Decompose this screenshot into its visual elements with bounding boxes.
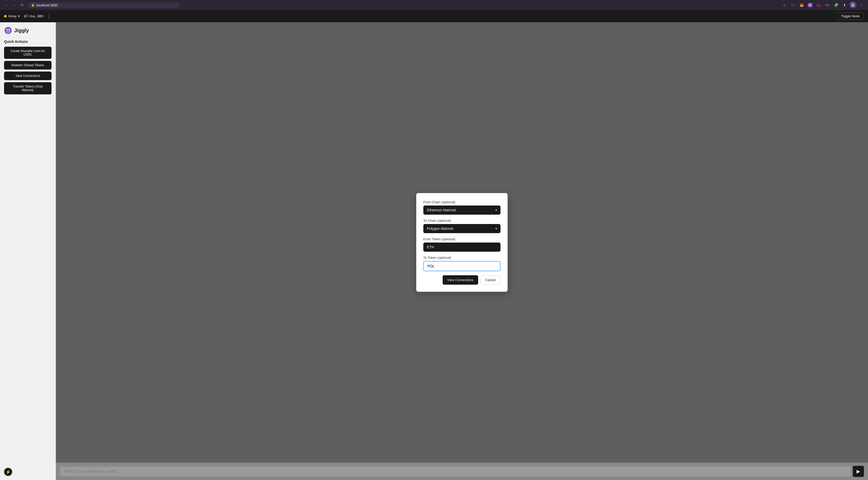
chat-area: From Chain (optional) Ethereum Mainnet P… — [56, 22, 868, 462]
to-token-label: To Token (optional) — [423, 256, 500, 259]
logo-text: Jiggly — [14, 28, 29, 33]
wallet-badge: 🏷 0xa...8B5 ⋮ — [24, 13, 52, 19]
from-chain-select[interactable]: Ethereum Mainnet Polygon Mainnet Arbitru… — [423, 205, 500, 215]
app-container: Amoy ▾ 🏷 0xa...8B5 ⋮ Toggle Node Jiggly … — [0, 10, 868, 480]
sidebar-bottom: ⚡ — [4, 468, 52, 476]
browser-chrome: ← → ↻ 🔒 ☆ 🛡 🦊 K C₁ </> 🧩 ⬇ ⋮ — [0, 0, 868, 10]
redeem-tokens-button[interactable]: Redeem Shared Tokens — [4, 61, 52, 69]
browser-menu-button[interactable]: ⋮ — [858, 2, 865, 9]
download-button[interactable]: ⬇ — [841, 2, 848, 9]
modal-actions: View Connections Cancel — [423, 275, 500, 285]
from-token-label: From Token (optional) — [423, 237, 500, 241]
k-ext-button[interactable]: K — [807, 2, 814, 9]
forward-button[interactable]: → — [11, 2, 17, 8]
to-chain-field: To Chain (optional) Polygon Mainnet Ethe… — [423, 219, 500, 233]
to-chain-select[interactable]: Polygon Mainnet Ethereum Mainnet Arbitru… — [423, 224, 500, 233]
quick-actions-title: Quick Actions — [4, 39, 52, 44]
lock-icon: 🔒 — [31, 3, 35, 7]
content-area: From Chain (optional) Ethereum Mainnet P… — [56, 22, 868, 480]
main-content: Jiggly Quick Actions Create Sharable Lin… — [0, 22, 868, 480]
sidebar-logo: Jiggly — [4, 26, 52, 34]
view-connections-modal: From Chain (optional) Ethereum Mainnet P… — [416, 193, 507, 292]
wallet-menu-icon[interactable]: ⋮ — [47, 13, 52, 19]
puzzle-ext-button[interactable]: 🧩 — [833, 2, 840, 9]
browser-right-icons: ☆ 🛡 🦊 K C₁ </> 🧩 ⬇ ⋮ — [781, 2, 865, 9]
network-label: Amoy — [8, 14, 17, 18]
from-chain-select-wrapper: Ethereum Mainnet Polygon Mainnet Arbitru… — [423, 205, 500, 215]
chat-input-bar: ▶ — [56, 462, 868, 480]
svg-point-1 — [5, 27, 12, 34]
svg-point-2 — [6, 29, 8, 30]
to-token-input[interactable] — [423, 261, 500, 271]
shield-ext-button[interactable]: 🛡 — [789, 2, 797, 9]
to-chain-label: To Chain (optional) — [423, 219, 500, 223]
logo-icon — [4, 26, 12, 34]
metamask-ext-button[interactable]: 🦊 — [798, 2, 805, 9]
toggle-node-button[interactable]: Toggle Node — [837, 12, 864, 20]
from-token-input[interactable] — [423, 243, 500, 252]
chat-input[interactable] — [60, 467, 851, 476]
modal-overlay: From Chain (optional) Ethereum Mainnet P… — [56, 22, 868, 462]
bolt-icon[interactable]: ⚡ — [4, 468, 12, 476]
wallet-address: 0xa...8B5 — [29, 14, 43, 18]
create-links-button[interactable]: Create Sharable Links for USDC — [4, 47, 52, 59]
url-input[interactable] — [36, 3, 176, 7]
back-button[interactable]: ← — [3, 2, 9, 8]
address-bar[interactable]: 🔒 — [27, 2, 180, 8]
view-connections-sidebar-button[interactable]: View Connections — [4, 71, 52, 80]
from-chain-label: From Chain (optional) — [423, 200, 500, 204]
star-button[interactable]: ☆ — [781, 2, 788, 9]
from-chain-field: From Chain (optional) Ethereum Mainnet P… — [423, 200, 500, 215]
network-chevron-icon: ▾ — [18, 14, 20, 18]
from-token-field: From Token (optional) — [423, 237, 500, 252]
user-avatar[interactable] — [850, 2, 856, 8]
network-dot — [4, 15, 7, 18]
wallet-icon: 🏷 — [24, 14, 28, 19]
c1-ext-button[interactable]: C₁ — [815, 2, 822, 9]
top-bar: Amoy ▾ 🏷 0xa...8B5 ⋮ Toggle Node — [0, 10, 868, 22]
network-badge[interactable]: Amoy ▾ — [4, 14, 20, 18]
sidebar: Jiggly Quick Actions Create Sharable Lin… — [0, 22, 56, 480]
modal-view-connections-button[interactable]: View Connections — [443, 275, 478, 285]
modal-cancel-button[interactable]: Cancel — [481, 275, 500, 285]
to-chain-select-wrapper: Polygon Mainnet Ethereum Mainnet Arbitru… — [423, 224, 500, 233]
chat-send-button[interactable]: ▶ — [853, 466, 864, 477]
to-token-field: To Token (optional) — [423, 256, 500, 271]
refresh-button[interactable]: ↻ — [19, 2, 25, 8]
transfer-tokens-button[interactable]: Transfer Tokens (Only Mainnet) — [4, 82, 52, 94]
svg-point-3 — [8, 29, 10, 30]
send-icon: ▶ — [857, 469, 860, 474]
code-ext-button[interactable]: </> — [824, 2, 831, 9]
